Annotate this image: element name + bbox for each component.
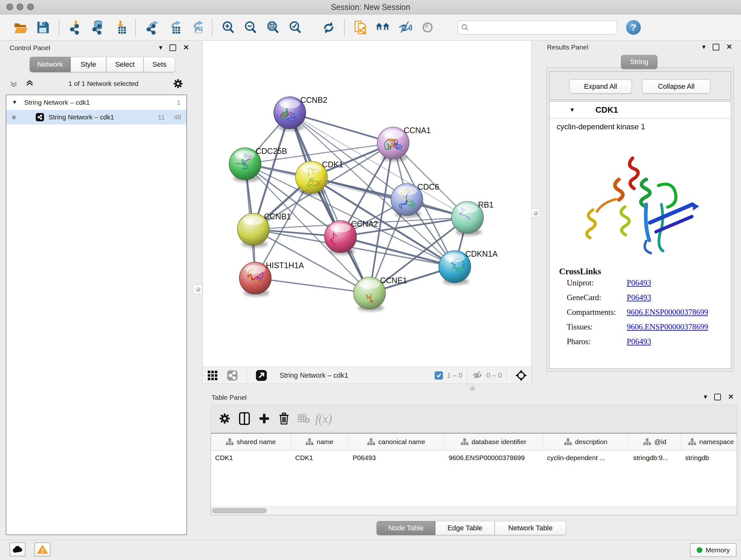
network-node-CDC6[interactable]: CDC6 (391, 182, 439, 218)
tab-style[interactable]: Style (71, 57, 106, 72)
grid-view-icon[interactable] (204, 367, 221, 384)
collapse-all-button[interactable]: Collapse All (642, 79, 711, 94)
column-header-databaseidentifier[interactable]: database identifier (445, 434, 543, 450)
network-edge[interactable] (312, 177, 468, 217)
table-cell[interactable]: stringdb:9... (629, 450, 681, 465)
network-row-selected[interactable]: String Network – cdk1 11 48 (6, 110, 186, 125)
clone-network-icon[interactable] (351, 18, 369, 37)
network-node-CCNA1[interactable]: CCNA1 (377, 126, 431, 161)
open-in-window-icon[interactable] (253, 367, 270, 384)
selected-node-edge-counts: 1 – 0 (447, 371, 462, 380)
import-network-database-icon[interactable] (88, 18, 107, 37)
tab-network-table[interactable]: Network Table (495, 521, 566, 535)
results-panel-menu-icon[interactable]: ▾ (702, 44, 705, 51)
crosslink-link[interactable]: 9606.ENSP00000378699 (627, 308, 708, 317)
column-header-id[interactable]: @id (629, 434, 681, 450)
table-row[interactable]: CDK1CDK1P064939606.ENSP00000378699cyclin… (211, 450, 737, 465)
collapse-all-tree-icon[interactable] (7, 75, 20, 92)
export-table-icon[interactable] (165, 18, 183, 37)
crosslink-link[interactable]: 9606.ENSP00000378699 (627, 322, 708, 331)
warnings-button[interactable] (35, 543, 51, 557)
results-panel-close-icon[interactable]: ✕ (726, 44, 732, 51)
column-header-description[interactable]: description (543, 434, 629, 450)
table-panel-float-icon[interactable] (714, 394, 721, 400)
help-button[interactable]: ? (626, 20, 641, 35)
control-panel-float-icon[interactable] (170, 44, 176, 51)
search-field[interactable] (458, 20, 617, 35)
export-image-icon[interactable] (187, 18, 205, 37)
left-splitter-handle[interactable] (193, 285, 202, 294)
birds-eye-view-icon[interactable] (513, 367, 529, 384)
right-splitter-handle[interactable] (531, 208, 540, 217)
network-share-view-icon[interactable] (224, 367, 241, 384)
column-header-canonicalname[interactable]: canonical name (348, 434, 445, 450)
table-panel-menu-icon[interactable]: ▾ (704, 393, 707, 400)
bottom-splitter-handle[interactable] (468, 385, 476, 391)
network-node-CCNA2[interactable]: CCNA2 (325, 219, 378, 255)
tab-edge-table[interactable]: Edge Table (435, 521, 495, 535)
control-panel-close-icon[interactable]: ✕ (183, 44, 189, 51)
import-network-file-icon[interactable] (66, 18, 84, 37)
column-header-name[interactable]: name (291, 434, 348, 450)
memory-button[interactable]: Memory (690, 543, 737, 557)
table-cell[interactable]: P06493 (348, 450, 445, 465)
cloud-button[interactable] (10, 543, 25, 557)
network-node-RB1[interactable]: RB1 (452, 200, 494, 236)
expand-all-tree-icon[interactable] (23, 75, 36, 92)
network-node-CCNE1[interactable]: CCNE1 (354, 276, 407, 311)
tab-sets[interactable]: Sets (144, 57, 175, 72)
show-columns-icon[interactable] (236, 410, 253, 427)
crosslink-row: GeneCard:P06493 (567, 293, 731, 302)
tab-node-table[interactable]: Node Table (377, 521, 435, 535)
home-icon[interactable] (374, 18, 392, 37)
crosslink-row: Pharos:P06493 (567, 337, 731, 346)
zoom-out-icon[interactable] (241, 18, 260, 37)
import-table-file-icon[interactable] (111, 18, 129, 37)
entry-expander-icon[interactable]: ▼ (569, 107, 575, 113)
zoom-in-icon[interactable] (219, 18, 238, 37)
expand-all-button[interactable]: Expand All (569, 79, 632, 94)
control-panel-menu-icon[interactable]: ▾ (159, 44, 162, 51)
network-node-CDKN1A[interactable]: CDKN1A (439, 249, 498, 285)
zoom-selected-icon[interactable] (286, 18, 305, 37)
column-header-namespace[interactable]: namespace (681, 434, 737, 450)
table-cell[interactable]: 9606.ENSP00000378699 (445, 450, 543, 465)
table-cell[interactable]: CDK1 (291, 450, 348, 465)
network-view-title: String Network – cdk1 (280, 371, 348, 380)
selected-checkbox-icon[interactable] (434, 371, 443, 380)
table-cell[interactable]: cyclin-dependent ... (543, 450, 629, 465)
tree-expander-icon[interactable]: ▼ (6, 99, 17, 106)
table-options-gear-icon[interactable] (216, 410, 233, 427)
search-input[interactable] (469, 23, 614, 32)
delete-table-icon[interactable] (295, 410, 312, 427)
zoom-fit-icon[interactable] (264, 18, 282, 37)
network-options-gear-icon[interactable] (171, 75, 185, 92)
tab-network[interactable]: Network (30, 57, 71, 72)
refresh-icon[interactable] (319, 18, 338, 37)
tab-string[interactable]: String (621, 55, 657, 69)
result-entry-header[interactable]: ▼ CDK1 (549, 102, 731, 118)
tab-select[interactable]: Select (106, 57, 144, 72)
open-session-icon[interactable] (11, 18, 30, 37)
save-session-icon[interactable] (34, 18, 52, 37)
scrollbar-thumb[interactable] (212, 508, 267, 513)
show-graphics-level-icon[interactable] (418, 18, 436, 37)
delete-column-icon[interactable] (276, 410, 292, 427)
network-collection-row[interactable]: ▼ String Network – cdk1 1 (6, 95, 186, 110)
crosslink-link[interactable]: P06493 (627, 293, 651, 302)
table-cell[interactable]: CDK1 (211, 450, 291, 465)
network-node-HIST1H1A[interactable]: HIST1H1A (239, 261, 304, 296)
column-header-sharedname[interactable]: shared name (211, 434, 291, 450)
network-edge[interactable] (255, 278, 369, 293)
results-panel-float-icon[interactable] (713, 44, 719, 51)
table-cell[interactable]: stringdb (681, 450, 737, 465)
export-network-icon[interactable] (142, 18, 161, 37)
network-canvas[interactable]: CCNB2CCNA1CDC25BCDK1CDC6RB1CCNB1CCNA2CDK… (202, 41, 532, 367)
table-horizontal-scrollbar[interactable] (211, 506, 737, 515)
add-column-icon[interactable] (256, 410, 273, 427)
crosslink-link[interactable]: P06493 (627, 337, 651, 346)
network-node-CCNB2[interactable]: CCNB2 (274, 96, 327, 131)
table-panel-close-icon[interactable]: ✕ (728, 393, 734, 400)
crosslink-link[interactable]: P06493 (627, 278, 651, 287)
hide-graphics-details-icon[interactable] (396, 18, 414, 37)
